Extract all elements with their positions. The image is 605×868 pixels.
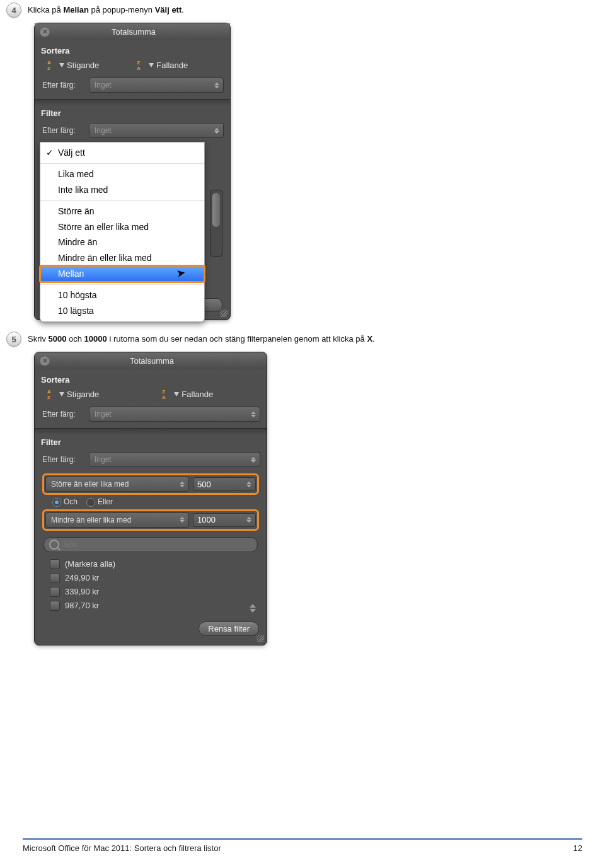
- resize-grip-icon[interactable]: [220, 310, 228, 317]
- filter-color-label: Efter färg:: [42, 126, 85, 135]
- step-4-text: Klicka på Mellan på popup-menyn Välj ett…: [28, 3, 184, 16]
- list-scrollbar[interactable]: [248, 557, 258, 613]
- filter-color-row: Efter färg: Inget: [42, 452, 260, 467]
- footer-title: Microsoft Office för Mac 2011: Sortera o…: [23, 843, 221, 853]
- radio-off-icon: [86, 498, 95, 507]
- value-1-input[interactable]: 500: [193, 477, 256, 491]
- page-number: 12: [573, 843, 582, 853]
- step-5-text: Skriv 5000 och 10000 i rutorna som du se…: [28, 332, 375, 345]
- checkbox-icon[interactable]: [50, 587, 60, 597]
- sort-color-row: Efter färg: Inget: [42, 78, 224, 93]
- sortera-label: Sortera: [41, 46, 224, 55]
- dd-10-lagsta[interactable]: 10 lägsta: [40, 303, 204, 319]
- dd-inte-lika-med[interactable]: Inte lika med: [40, 182, 204, 198]
- dd-mindre-an-eller-lika[interactable]: Mindre än eller lika med: [40, 250, 204, 266]
- step-4-number: 4: [6, 3, 21, 18]
- sort-color-select[interactable]: Inget: [89, 78, 224, 93]
- condition-1-select[interactable]: Större än eller lika med: [45, 477, 189, 492]
- sort-az-icon: [47, 390, 56, 399]
- dd-separator: [40, 200, 204, 201]
- scrollbar-thumb[interactable]: [212, 193, 220, 227]
- stepper-icon: [251, 453, 258, 466]
- filter-color-label: Efter färg:: [42, 455, 85, 464]
- arrow-down-icon: [59, 63, 64, 67]
- filter-label: Filter: [41, 437, 260, 447]
- close-icon[interactable]: ✕: [40, 356, 50, 366]
- panel1-header: ✕ Totalsumma: [35, 23, 230, 40]
- dd-storre-an[interactable]: Större än: [40, 204, 204, 219]
- step-5-number: 5: [6, 332, 21, 347]
- sort-ascending[interactable]: Stigande: [47, 61, 99, 70]
- dd-mindre-an[interactable]: Mindre än: [40, 234, 204, 250]
- sort-descending[interactable]: Fallande: [137, 61, 188, 70]
- sort-descending[interactable]: Fallande: [162, 390, 213, 399]
- scroll-up-icon[interactable]: [250, 604, 256, 608]
- filter-panel-2: ✕ Totalsumma Sortera Stigande Fallande E…: [34, 352, 267, 645]
- stepper-icon: [246, 478, 254, 490]
- step-5: 5 Skriv 5000 och 10000 i rutorna som du …: [6, 332, 582, 347]
- condition-row-1: Större än eller lika med 500: [42, 473, 259, 495]
- cursor-icon: ➤: [175, 266, 187, 282]
- or-radio[interactable]: Eller: [86, 497, 113, 507]
- check-item[interactable]: 249,90 kr: [50, 571, 258, 585]
- stepper-icon: [180, 514, 187, 526]
- scroll-down-icon[interactable]: [250, 609, 256, 613]
- filter-color-row: Efter färg: Inget: [42, 123, 224, 138]
- dd-lika-med[interactable]: Lika med: [40, 166, 204, 182]
- panel2-body: Sortera Stigande Fallande Efter färg: In…: [35, 369, 267, 645]
- panel2-header: ✕ Totalsumma: [35, 352, 267, 369]
- close-icon[interactable]: ✕: [40, 26, 50, 37]
- resize-grip-icon[interactable]: [256, 635, 264, 642]
- sort-color-label: Efter färg:: [42, 81, 85, 90]
- checkbox-icon[interactable]: [50, 559, 60, 569]
- sort-row: Stigande Fallande: [47, 61, 224, 70]
- dd-valj-ett[interactable]: Välj ett: [40, 145, 204, 161]
- dd-storre-an-eller-lika[interactable]: Större än eller lika med: [40, 219, 204, 235]
- step-4: 4 Klicka på Mellan på popup-menyn Välj e…: [6, 3, 582, 18]
- filter-color-select[interactable]: Inget: [89, 452, 260, 467]
- sortera-label: Sortera: [41, 375, 260, 385]
- and-or-row: Och Eller: [52, 497, 260, 507]
- checkbox-icon[interactable]: [50, 601, 60, 611]
- arrow-down-icon: [149, 63, 154, 67]
- and-radio[interactable]: Och: [52, 497, 78, 507]
- clear-filter-button[interactable]: Rensa filter: [199, 622, 259, 636]
- section-divider: [35, 428, 267, 435]
- sort-color-select[interactable]: Inget: [89, 407, 260, 422]
- check-item[interactable]: 339,90 kr: [50, 585, 258, 599]
- filter-panel-1: ✕ Totalsumma Sortera Stigande Fallande E…: [34, 23, 231, 320]
- arrow-down-icon: [174, 392, 179, 396]
- search-input[interactable]: Sök: [43, 537, 258, 552]
- sort-ascending[interactable]: Stigande: [47, 390, 99, 399]
- filter-color-select[interactable]: Inget: [89, 123, 224, 138]
- panel1-title: Totalsumma: [54, 27, 230, 37]
- stepper-icon: [251, 408, 258, 420]
- radio-on-icon: [52, 498, 61, 507]
- section-divider: [35, 99, 230, 106]
- sort-color-row: Efter färg: Inget: [42, 407, 260, 422]
- condition-2-select[interactable]: Mindre än eller lika med: [45, 512, 189, 528]
- stepper-icon: [180, 478, 187, 490]
- sort-za-icon: [137, 61, 146, 70]
- check-all-row[interactable]: (Markera alla): [50, 557, 258, 571]
- valj-ett-dropdown[interactable]: Välj ett Lika med Inte lika med Större ä…: [40, 142, 205, 322]
- checkbox-icon[interactable]: [50, 573, 60, 583]
- sort-row: Stigande Fallande: [47, 390, 260, 399]
- dd-separator: [40, 284, 204, 285]
- check-item[interactable]: 987,70 kr: [50, 599, 258, 613]
- dd-10-hogsta[interactable]: 10 högsta: [40, 287, 204, 303]
- stepper-icon: [214, 124, 222, 137]
- search-icon: [49, 540, 59, 550]
- dd-separator: [40, 163, 204, 164]
- panel1-body: Sortera Stigande Fallande Efter färg: In…: [35, 40, 230, 151]
- dd-mellan[interactable]: Mellan ➤: [40, 266, 204, 282]
- filter-controls: Större än eller lika med 500 Och Eller M…: [41, 473, 260, 636]
- sort-color-label: Efter färg:: [42, 410, 85, 419]
- sort-az-icon: [47, 61, 56, 70]
- panel2-title: Totalsumma: [54, 356, 267, 366]
- value-2-input[interactable]: 1000: [193, 513, 256, 527]
- filter-label: Filter: [41, 108, 224, 118]
- page-footer: Microsoft Office för Mac 2011: Sortera o…: [23, 838, 582, 853]
- check-list: (Markera alla) 249,90 kr 339,90 kr 987,7…: [50, 557, 258, 613]
- scrollbar[interactable]: [210, 190, 222, 257]
